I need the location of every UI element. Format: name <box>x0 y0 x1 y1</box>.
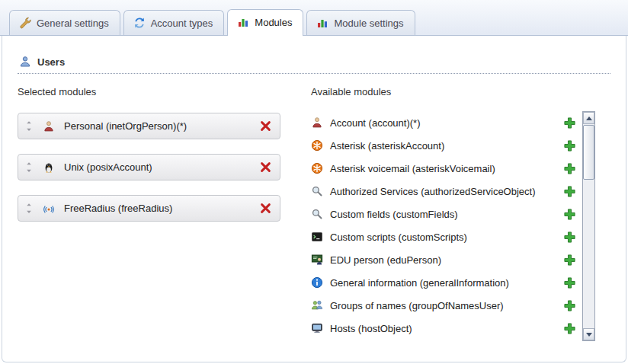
available-module-row: Groups of names (groupOfNamesUser) <box>311 294 576 317</box>
module-label: General information (generalInformation) <box>330 277 509 289</box>
host-icon <box>311 322 323 334</box>
selected-modules-heading: Selected modules <box>18 86 280 97</box>
tux-icon <box>43 161 55 174</box>
tab-label: General settings <box>37 18 109 29</box>
tab-modules[interactable]: Modules <box>227 9 303 36</box>
person-icon <box>311 117 323 129</box>
info-icon <box>311 276 323 289</box>
available-module-row: General information (generalInformation) <box>311 271 576 294</box>
drag-icon[interactable] <box>24 120 34 132</box>
modules-icon <box>316 17 328 29</box>
module-label: FreeRadius (freeRadius) <box>64 203 172 214</box>
add-module-button[interactable] <box>563 139 576 152</box>
module-label: Hosts (hostObject) <box>330 323 412 334</box>
users-section-header: Users <box>18 56 610 74</box>
module-label: Custom fields (customFields) <box>330 209 458 220</box>
module-label: Asterisk (asteriskAccount) <box>330 140 444 152</box>
scroll-up-button[interactable] <box>583 112 594 124</box>
add-module-button[interactable] <box>563 276 576 289</box>
edu-person-icon <box>311 254 323 266</box>
remove-module-button[interactable] <box>259 120 272 133</box>
section-title: Users <box>37 56 65 68</box>
modules-icon <box>237 16 249 28</box>
asterisk-icon <box>311 162 323 174</box>
add-module-button[interactable] <box>563 299 576 312</box>
available-module-row: Hosts (hostObject) <box>311 317 576 340</box>
sync-icon <box>133 17 146 29</box>
add-module-button[interactable] <box>563 322 576 335</box>
available-modules-heading: Available modules <box>311 86 612 97</box>
arrow-down-icon <box>586 333 592 337</box>
arrow-up-icon <box>586 117 592 120</box>
tab-label: Modules <box>255 17 292 28</box>
tab-account-types[interactable]: Account types <box>123 10 225 35</box>
drag-icon[interactable] <box>24 161 34 173</box>
add-module-button[interactable] <box>563 208 576 221</box>
module-label: Personal (inetOrgPerson)(*) <box>64 120 187 132</box>
available-module-row: Custom scripts (customScripts) <box>311 225 576 248</box>
selected-module-row: FreeRadius (freeRadius) <box>18 195 280 222</box>
magnifier-icon <box>311 185 323 197</box>
asterisk-icon <box>311 139 323 152</box>
tab-general-settings[interactable]: General settings <box>9 10 120 35</box>
tab-label: Module settings <box>334 18 403 29</box>
add-module-button[interactable] <box>563 117 576 129</box>
module-label: Custom scripts (customScripts) <box>330 231 467 243</box>
terminal-icon <box>311 231 323 243</box>
add-module-button[interactable] <box>563 254 576 267</box>
module-label: EDU person (eduPerson) <box>330 254 441 266</box>
available-module-row: Asterisk voicemail (asteriskVoicemail) <box>311 157 576 180</box>
module-label: Account (account)(*) <box>330 117 421 129</box>
selected-module-row: Unix (posixAccount) <box>18 154 280 180</box>
add-module-button[interactable] <box>563 231 576 244</box>
available-module-row: Authorized Services (authorizedServiceOb… <box>311 180 576 203</box>
tools-icon <box>19 17 31 29</box>
module-label: Groups of names (groupOfNamesUser) <box>330 300 504 311</box>
remove-module-button[interactable] <box>259 202 272 215</box>
add-module-button[interactable] <box>563 162 576 175</box>
available-module-row: Account (account)(*) <box>311 111 576 134</box>
available-modules-list: Account (account)(*) Asterisk (asteriskA… <box>311 111 576 341</box>
modules-panel: Users Selected modules Personal (inetOrg… <box>2 36 626 362</box>
antenna-icon <box>43 203 55 215</box>
add-module-button[interactable] <box>563 185 576 198</box>
available-module-row: EDU person (eduPerson) <box>311 248 576 271</box>
magnifier-icon <box>311 208 323 220</box>
selected-modules-list: Personal (inetOrgPerson)(*) Unix (posixA… <box>18 113 280 222</box>
scroll-down-button[interactable] <box>583 328 594 340</box>
tab-module-settings[interactable]: Module settings <box>306 10 415 35</box>
remove-module-button[interactable] <box>259 161 272 174</box>
available-module-row: Custom fields (customFields) <box>311 203 576 225</box>
tab-strip: General settings Account types Modules M… <box>0 0 628 36</box>
available-module-row: Asterisk (asteriskAccount) <box>311 134 576 157</box>
users-icon <box>19 56 31 68</box>
scrollbar-thumb[interactable] <box>583 125 594 180</box>
group-icon <box>311 299 323 311</box>
scrollbar[interactable] <box>582 111 595 341</box>
module-label: Asterisk voicemail (asteriskVoicemail) <box>330 163 495 174</box>
scrollbar-track[interactable] <box>583 124 594 328</box>
tab-label: Account types <box>151 18 213 29</box>
person-icon <box>43 120 55 133</box>
drag-icon[interactable] <box>24 203 34 214</box>
module-label: Authorized Services (authorizedServiceOb… <box>330 186 536 197</box>
module-label: Unix (posixAccount) <box>64 161 152 173</box>
selected-module-row: Personal (inetOrgPerson)(*) <box>18 113 280 139</box>
